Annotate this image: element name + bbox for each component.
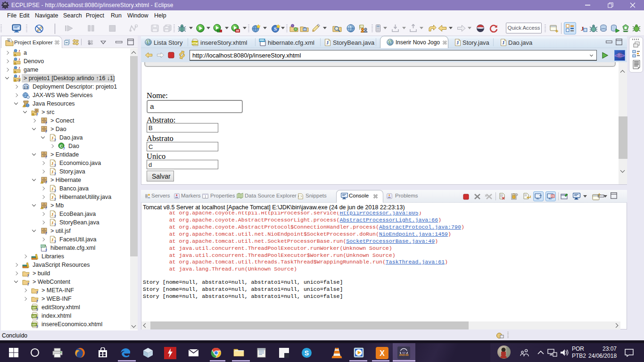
svg-text:?: ? [45,206,47,209]
svg-text:J: J [51,161,54,166]
svg-text:2.5: 2.5 [24,86,28,89]
svg-text:?: ? [54,214,56,218]
svg-text:J: J [18,74,20,78]
svg-text:?: ? [54,222,56,226]
svg-text:?: ? [36,316,38,320]
svg-text:?: ? [45,121,47,124]
svg-text:?: ? [45,129,47,133]
svg-text:XML: XML [41,245,46,247]
svg-text:J: J [18,58,20,61]
svg-text:?: ? [45,155,47,158]
svg-text:J: J [502,40,504,45]
svg-text:?: ? [45,180,47,184]
svg-text:J: J [51,170,54,174]
svg-text:J: J [456,40,459,45]
svg-text:X: X [380,349,385,357]
svg-text:?: ? [36,290,38,294]
svg-text:J: J [51,136,54,140]
svg-text:?: ? [45,231,47,235]
svg-text:S: S [305,349,309,357]
svg-text:J: J [51,221,54,225]
svg-text:J: J [326,40,329,45]
svg-text:?: ? [36,112,38,116]
svg-text:J: J [51,238,54,242]
svg-text:?: ? [27,282,29,286]
svg-text:J: J [18,49,20,53]
svg-text:?: ? [27,273,29,277]
svg-text:?: ? [54,239,56,243]
svg-text:J: J [18,66,20,70]
svg-text:?: ? [54,197,56,201]
svg-text:?: ? [54,138,56,141]
svg-text:?: ? [45,248,47,252]
svg-text:J: J [51,212,54,217]
svg-text:S: S [274,26,277,32]
svg-text:J: J [51,195,54,200]
svg-text:?: ? [63,146,65,150]
svg-text:J: J [51,187,54,191]
svg-text:?: ? [36,307,38,311]
svg-text:XML: XML [259,39,265,41]
svg-text:?: ? [54,163,56,167]
svg-text:?: ? [54,189,56,192]
svg-text:JAVA EE: JAVA EE [399,354,409,356]
svg-text:?: ? [54,172,56,175]
svg-text:?: ? [36,299,38,303]
svg-text:HTM: HTM [192,42,198,45]
svg-text:?: ? [36,324,38,328]
svg-text:?: ? [18,78,20,82]
